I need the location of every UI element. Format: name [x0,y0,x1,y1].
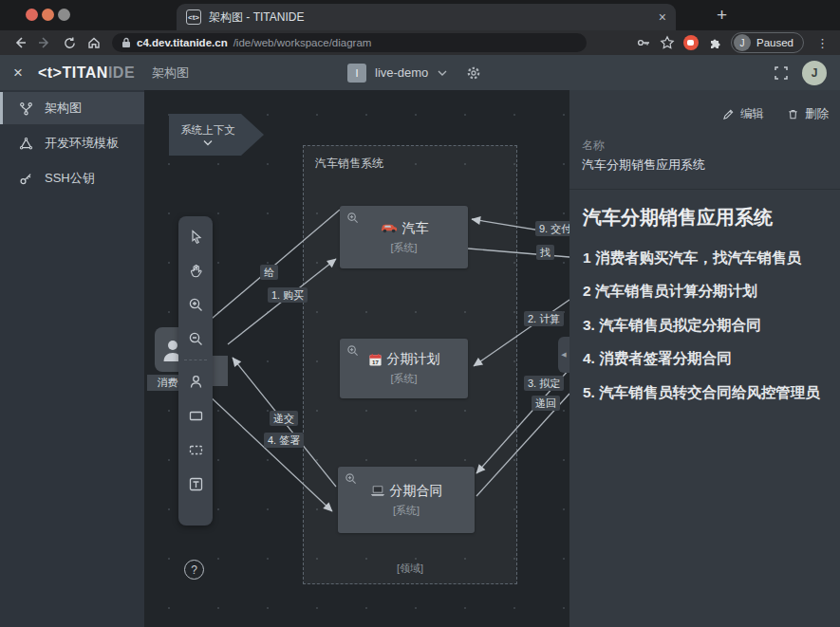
doc-step: 4. 消费者签署分期合同 [583,348,827,369]
browser-tab[interactable]: <t> 架构图 - TITANIDE × [177,4,676,30]
app-logo: <t>TITANIDE [38,65,135,82]
edge-label-calculate[interactable]: 2. 计算 [524,311,564,326]
bookmark-star-icon[interactable] [660,35,675,50]
add-text-tool[interactable] [186,474,205,493]
doc-step: 3. 汽车销售员拟定分期合同 [583,315,827,336]
node-car[interactable]: 汽车 [系统] [340,206,468,268]
edge-label-draft[interactable]: 3. 拟定 [524,376,564,391]
sidebar-item-diagram[interactable]: 架构图 [0,92,144,124]
select-cursor-tool[interactable] [186,227,205,246]
add-person-tool[interactable] [186,372,205,391]
extensions-puzzle-icon[interactable] [707,35,722,50]
sidebar-item-ssh-key[interactable]: SSH公钥 [0,162,144,194]
app-header: × <t>TITANIDE 架构图 I live-demo J [0,55,840,90]
sidebar-item-label: 开发环境模板 [45,135,119,152]
workspace-name: live-demo [375,65,428,80]
lock-icon [121,37,131,48]
doc-step: 5. 汽车销售员转交合同给风控管理员 [583,382,827,403]
browser-tab-strip: <t> 架构图 - TITANIDE × + [0,0,840,30]
node-installment-plan[interactable]: 17 分期计划 [系统] [340,339,468,398]
logo-main: <t>TITAN [38,65,108,81]
zoom-in-tool[interactable] [186,295,205,314]
sidebar-item-dev-template[interactable]: 开发环境模板 [0,127,144,159]
logo-suffix: IDE [108,65,135,81]
browser-toolbar: c4.dev.titanide.cn/ide/web/workspace/dia… [0,30,840,55]
extension-badge-icon[interactable] [683,35,699,50]
settings-gear-icon[interactable] [466,65,481,81]
traffic-zoom-button[interactable] [58,9,70,21]
zoom-in-icon[interactable] [345,472,357,485]
toolbar-divider [184,360,207,360]
edge-label-find[interactable]: 找 [536,245,554,260]
pencil-icon [722,108,735,120]
zoom-in-icon[interactable] [346,344,359,357]
back-icon[interactable] [8,32,32,53]
edge-label-buy[interactable]: 1. 购买 [268,287,308,303]
browser-profile-chip[interactable]: J Paused [731,32,804,53]
key-icon [19,172,33,186]
traffic-minimize-button[interactable] [42,9,54,21]
add-box-tool[interactable] [186,406,205,425]
edit-button[interactable]: 编辑 [722,106,764,122]
edge-label-return[interactable]: 递回 [532,396,560,411]
node-installment-contract[interactable]: 分期合同 [系统] [338,467,475,533]
sidebar-item-label: 架构图 [45,100,82,117]
edit-label: 编辑 [740,106,764,122]
user-avatar[interactable]: J [802,61,827,85]
node-subtitle: [系统] [390,241,417,255]
node-title: 分期合同 [390,483,443,500]
workspace-badge: I [347,64,366,83]
fullscreen-icon[interactable] [774,65,789,81]
diagram-canvas[interactable]: 系统上下文 汽车销售系统 [领域] 汽车 [系统] 17 分期计划 [系统] [144,90,569,627]
sidebar: 架构图 开发环境模板 SSH公钥 [0,90,144,627]
edge-label-submit[interactable]: 递交 [270,411,298,426]
tab-title: 架构图 - TITANIDE [209,9,651,26]
node-subtitle: [系统] [390,372,417,386]
url-path: /ide/web/workspace/diagram [233,37,372,48]
zoom-out-tool[interactable] [186,329,205,348]
delete-label: 删除 [805,106,829,122]
address-bar[interactable]: c4.dev.titanide.cn/ide/web/workspace/dia… [112,33,587,52]
name-field-label: 名称 [582,138,605,154]
doc-title: 汽车分期销售应用系统 [583,205,827,231]
node-title: 分期计划 [387,351,440,368]
pan-hand-tool[interactable] [186,261,205,280]
doc-step: 2 汽车销售员计算分期计划 [583,281,827,302]
tab-close-icon[interactable]: × [659,9,666,25]
sidebar-item-label: SSH公钥 [45,170,95,187]
forward-icon[interactable] [32,32,57,53]
delete-button[interactable]: 删除 [787,106,829,122]
home-icon[interactable] [82,32,106,53]
app-close-icon[interactable]: × [13,64,23,83]
edge-label-sign[interactable]: 4. 签署 [264,433,304,448]
template-icon [19,137,33,151]
name-field-value: 汽车分期销售应用系统 [582,157,705,174]
workspace-selector[interactable]: I live-demo [347,64,481,83]
car-icon [380,222,398,234]
doc-step: 1 消费者购买汽车，找汽车销售员 [583,248,827,268]
zoom-in-icon[interactable] [346,212,359,224]
url-domain: c4.dev.titanide.cn [137,37,228,48]
reload-icon[interactable] [57,32,82,53]
traffic-close-button[interactable] [26,9,38,21]
tab-favicon-icon: <t> [186,9,201,25]
help-button[interactable]: ? [184,560,204,580]
calendar-icon: 17 [368,353,383,367]
password-key-icon[interactable] [636,35,651,50]
panel-collapse-handle[interactable]: ◀ [558,337,569,373]
profile-status: Paused [756,37,793,48]
header-page-title: 架构图 [152,65,189,82]
diagram-icon [19,101,33,116]
node-title: 汽车 [402,220,429,237]
browser-menu-icon[interactable]: ⋮ [812,36,832,50]
node-subtitle: [系统] [393,504,420,518]
svg-text:17: 17 [372,358,379,364]
add-boundary-tool[interactable] [186,440,205,459]
trash-icon [787,108,799,120]
new-tab-button[interactable]: + [717,5,727,26]
laptop-icon [370,485,385,497]
browser-window: <t> 架构图 - TITANIDE × + c4.dev.titanide.c… [0,0,840,627]
edge-label-deliver[interactable]: 9. 交付 [535,221,569,236]
chevron-down-icon [437,69,448,77]
edge-label-give[interactable]: 给 [260,265,278,280]
